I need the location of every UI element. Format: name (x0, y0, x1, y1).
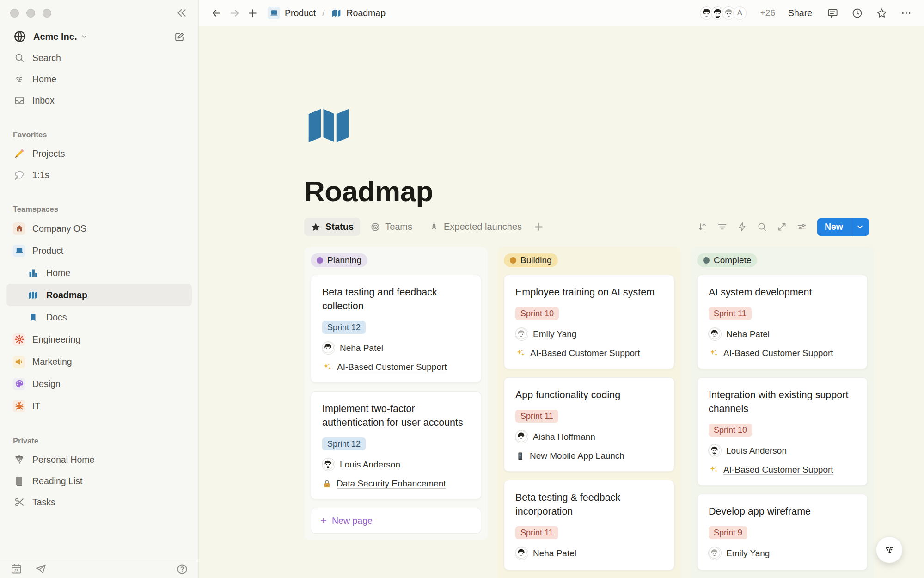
column-status-pill[interactable]: Building (504, 253, 558, 267)
view-tab-status[interactable]: Status (304, 218, 360, 236)
workspace-switcher[interactable]: Acme Inc. (6, 26, 192, 47)
sidebar-item-reading-list[interactable]: Reading List (6, 470, 192, 492)
sidebar-item-projects[interactable]: Projects (6, 143, 192, 164)
back-arrow-icon[interactable] (209, 6, 224, 21)
linked-project[interactable]: AI-Based Customer Support (709, 465, 856, 475)
avatar (515, 328, 528, 340)
book-icon (13, 476, 25, 486)
laptop-icon (13, 245, 25, 257)
sidebar-collapse-icon[interactable] (175, 6, 188, 19)
forward-arrow-icon[interactable] (227, 6, 242, 21)
sidebar-item-home[interactable]: Home (6, 262, 192, 284)
page-map-icon[interactable] (304, 104, 353, 146)
view-tab-expected-launches[interactable]: Expected launches (422, 218, 528, 236)
search-sm-icon[interactable] (754, 219, 770, 235)
compose-icon[interactable] (174, 31, 185, 43)
linked-project-label: AI-Based Customer Support (530, 348, 640, 358)
user-avatar-letter[interactable]: A (732, 6, 747, 21)
sidebar-item-company-os[interactable]: Company OS (6, 217, 192, 240)
section-label-private[interactable]: Private (6, 437, 192, 445)
zoom-window-button[interactable] (43, 9, 51, 18)
assignee-name: Neha Patel (340, 343, 383, 353)
new-button-chevron-icon[interactable] (851, 218, 869, 236)
sidebar-item-docs[interactable]: Docs (6, 306, 192, 328)
sprint-badge: Sprint 9 (709, 526, 747, 539)
filter-icon[interactable] (714, 219, 730, 235)
sparkles-icon (709, 348, 719, 358)
assignee-name: Neha Patel (726, 329, 770, 339)
linked-project[interactable]: Data Security Enhancement (322, 479, 470, 489)
sidebar-item-design[interactable]: Design (6, 373, 192, 395)
sidebar-item-marketing[interactable]: Marketing (6, 350, 192, 373)
sidebar-item-personal-home[interactable]: Personal Home (6, 449, 192, 470)
sort-icon[interactable] (694, 219, 710, 235)
column-status-pill[interactable]: Complete (697, 253, 757, 267)
card-list: Beta testing and feedback collection Spr… (311, 275, 481, 499)
board-card[interactable]: Beta testing and feedback collection Spr… (311, 275, 481, 383)
sidebar-item-engineering[interactable]: Engineering (6, 328, 192, 350)
sidebar-item-product[interactable]: Product (6, 240, 192, 262)
sidebar-item-1-1s[interactable]: 1:1s (6, 164, 192, 185)
board-card[interactable]: Integration with existing support channe… (697, 377, 868, 486)
board-card[interactable]: Develop app wireframe Sprint 9 Emily Yan… (697, 494, 868, 570)
sliders-icon[interactable] (794, 219, 810, 235)
plus-icon: + (320, 515, 327, 526)
avatar (322, 458, 335, 471)
section-label-teamspaces[interactable]: Teamspaces (6, 205, 192, 214)
history-clock-icon[interactable] (850, 6, 865, 21)
help-icon[interactable] (176, 563, 188, 575)
board-card[interactable]: Beta testing & feedback incorporation Sp… (504, 480, 674, 570)
sidebar-item-inbox[interactable]: Inbox (6, 90, 192, 111)
breadcrumb-item-roadmap[interactable]: Roadmap (326, 6, 390, 20)
new-button[interactable]: New (817, 218, 869, 236)
column-status-pill[interactable]: Planning (311, 253, 367, 267)
notion-ai-button[interactable] (876, 536, 903, 563)
sidebar-item-label: Company OS (32, 223, 86, 234)
sidebar-item-label: Tasks (32, 497, 55, 508)
avatar (322, 342, 335, 354)
paper-plane-icon[interactable] (35, 563, 47, 575)
section-label-favorites[interactable]: Favorites (6, 130, 192, 139)
comments-icon[interactable] (825, 6, 840, 21)
linked-project[interactable]: New Mobile App Launch (515, 451, 663, 461)
breadcrumb-item-product[interactable]: Product (263, 5, 320, 21)
new-page-button[interactable]: +New page (311, 508, 481, 534)
sidebar-item-home[interactable]: Home (6, 68, 192, 90)
star-filled-icon (311, 222, 321, 232)
close-window-button[interactable] (10, 9, 19, 18)
lightning-icon[interactable] (734, 219, 750, 235)
avatar (515, 547, 528, 560)
share-button[interactable]: Share (784, 6, 816, 21)
new-button-label[interactable]: New (817, 218, 851, 236)
board-card[interactable]: Employee training on AI system Sprint 10… (504, 275, 674, 369)
avatar-stack[interactable]: A (699, 6, 747, 21)
board-card[interactable]: App functionality coding Sprint 11 Aisha… (504, 377, 674, 472)
sidebar-item-it[interactable]: IT (6, 395, 192, 417)
assignee-name: Emily Yang (533, 329, 576, 339)
thought-bubble-icon (13, 169, 25, 180)
calendar-icon[interactable]: 28 (10, 563, 23, 575)
new-tab-plus-icon[interactable] (245, 6, 260, 21)
topbar-right: A +26 Share (699, 6, 914, 21)
sidebar-item-label: Engineering (32, 334, 80, 345)
view-tab-teams[interactable]: Teams (364, 218, 419, 236)
status-dot (703, 257, 710, 264)
sidebar-item-label: 1:1s (32, 170, 49, 180)
view-tab-label: Expected launches (444, 221, 522, 232)
expand-icon[interactable] (774, 219, 790, 235)
board-card[interactable]: Implement two-factor authentication for … (311, 391, 481, 499)
linked-project[interactable]: AI-Based Customer Support (322, 362, 470, 372)
window-controls[interactable] (10, 9, 51, 18)
sidebar-item-search[interactable]: Search (6, 47, 192, 68)
minimize-window-button[interactable] (26, 9, 35, 18)
linked-project[interactable]: AI-Based Customer Support (515, 348, 663, 358)
target-icon (370, 222, 380, 232)
add-view-plus-icon[interactable] (528, 218, 549, 235)
favorite-star-icon[interactable] (874, 6, 889, 21)
board-card[interactable]: AI system development Sprint 11 Neha Pat… (697, 275, 868, 369)
view-bar: StatusTeamsExpected launches New (304, 218, 869, 236)
linked-project[interactable]: AI-Based Customer Support (709, 348, 856, 358)
more-options-icon[interactable] (899, 6, 914, 21)
sidebar-item-roadmap[interactable]: Roadmap (6, 284, 192, 306)
sidebar-item-tasks[interactable]: Tasks (6, 492, 192, 513)
